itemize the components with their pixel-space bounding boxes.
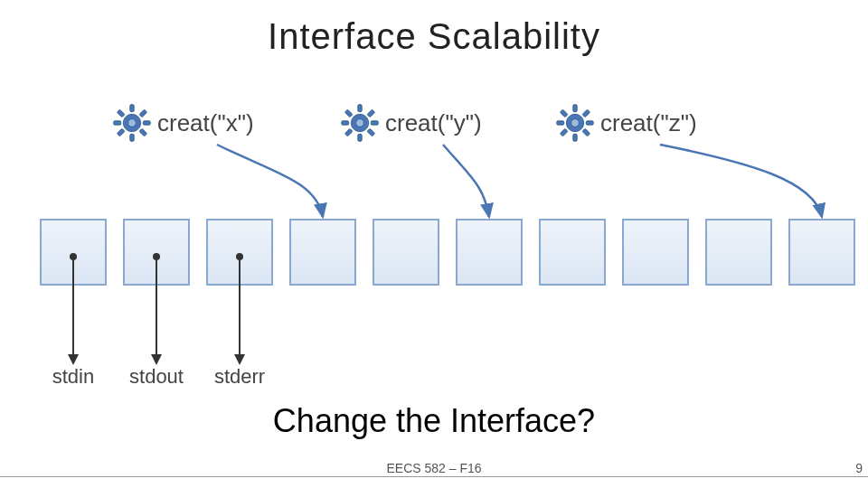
fd-box-2: stderr xyxy=(206,219,273,286)
slide-title: Interface Scalability xyxy=(0,16,868,57)
svg-rect-23 xyxy=(557,121,564,125)
arrow-head-icon xyxy=(68,354,79,365)
svg-rect-1 xyxy=(130,105,134,112)
syscall-creat-y: creat("y") xyxy=(340,103,482,143)
svg-rect-28 xyxy=(582,128,590,136)
fd-box-1: stdout xyxy=(123,219,190,286)
svg-rect-16 xyxy=(367,109,375,117)
svg-rect-6 xyxy=(139,109,147,117)
svg-rect-24 xyxy=(586,121,593,125)
svg-rect-3 xyxy=(114,121,121,125)
svg-rect-5 xyxy=(117,109,125,117)
svg-rect-15 xyxy=(344,109,353,117)
syscall-label: creat("z") xyxy=(600,109,697,137)
svg-point-9 xyxy=(128,119,137,127)
svg-rect-11 xyxy=(358,105,362,112)
svg-rect-22 xyxy=(573,134,577,141)
syscall-creat-x: creat("x") xyxy=(112,103,254,143)
svg-rect-27 xyxy=(560,128,568,136)
arrow-stem xyxy=(72,257,74,356)
fd-box-7 xyxy=(622,219,689,286)
fd-box-5 xyxy=(456,219,523,286)
fd-box-3 xyxy=(289,219,356,286)
fd-box-0: stdin xyxy=(40,219,107,286)
slide-subtitle: Change the Interface? xyxy=(0,402,868,440)
fd-box-8 xyxy=(705,219,772,286)
svg-rect-17 xyxy=(344,128,353,136)
footer: EECS 582 – F16 9 xyxy=(0,476,868,481)
svg-point-29 xyxy=(571,119,580,127)
stdout-label: stdout xyxy=(129,365,184,389)
stderr-label: stderr xyxy=(214,365,265,389)
gear-icon xyxy=(112,103,152,143)
footer-course: EECS 582 – F16 xyxy=(0,461,868,475)
svg-rect-4 xyxy=(143,121,150,125)
svg-rect-26 xyxy=(582,109,590,117)
svg-point-19 xyxy=(356,119,364,127)
svg-rect-18 xyxy=(367,128,375,136)
fd-box-6 xyxy=(539,219,606,286)
arrow-head-icon xyxy=(234,354,245,365)
svg-rect-12 xyxy=(358,134,362,141)
fd-table: stdin stdout stderr xyxy=(40,219,855,286)
footer-page-number: 9 xyxy=(855,461,863,475)
arrow-stem xyxy=(156,257,157,356)
gear-icon xyxy=(340,103,380,143)
svg-rect-25 xyxy=(560,109,568,117)
svg-rect-8 xyxy=(139,128,147,136)
fd-box-4 xyxy=(373,219,439,286)
gear-icon xyxy=(555,103,595,143)
arrow-stem xyxy=(239,257,241,356)
arrow-head-icon xyxy=(151,354,162,365)
syscall-creat-z: creat("z") xyxy=(555,103,697,143)
svg-rect-14 xyxy=(371,121,378,125)
svg-rect-7 xyxy=(117,128,125,136)
slide: Interface Scalability xyxy=(0,0,868,488)
svg-rect-13 xyxy=(342,121,349,125)
svg-rect-2 xyxy=(130,134,134,141)
svg-rect-21 xyxy=(573,105,577,112)
fd-box-9 xyxy=(788,219,855,286)
stdin-label: stdin xyxy=(52,365,94,389)
syscall-label: creat("x") xyxy=(157,109,254,137)
syscall-label: creat("y") xyxy=(385,109,482,137)
